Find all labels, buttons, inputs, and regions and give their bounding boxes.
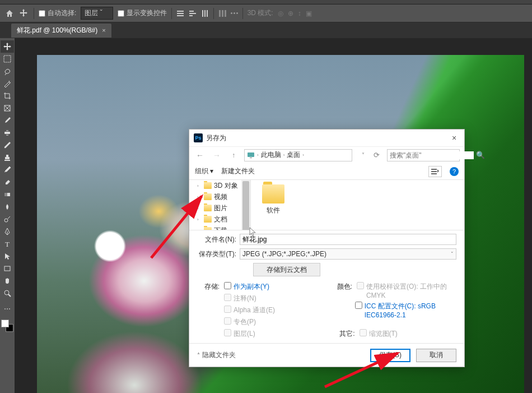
color-label: 颜色: <box>333 282 352 292</box>
svg-point-23 <box>4 290 9 295</box>
pc-icon <box>247 151 255 159</box>
dialog-titlebar: Ps 另存为 × <box>189 130 464 146</box>
options-bar: 自动选择: 图层 ˇ 显示变换控件 3D 模式: ◎ ⊕ ↕ ▣ <box>0 4 532 22</box>
more-icon[interactable] <box>231 12 238 14</box>
auto-select-dropdown[interactable]: 图层 ˇ <box>81 7 113 20</box>
as-copy-checkbox[interactable] <box>224 282 231 289</box>
save-to-cloud-button[interactable]: 存储到云文档 <box>253 263 320 276</box>
eyedropper-tool[interactable] <box>1 114 14 127</box>
history-brush-tool[interactable] <box>1 164 14 176</box>
orbit-icon[interactable]: ◎ <box>278 10 283 17</box>
pen-tool[interactable] <box>1 225 14 238</box>
dropdown-icon[interactable]: ˅ <box>357 149 369 161</box>
cancel-button[interactable]: 取消 <box>416 349 456 362</box>
save-button[interactable]: 保存(S) <box>370 349 410 362</box>
help-icon[interactable]: ? <box>450 167 459 176</box>
scrollbar[interactable] <box>241 180 250 230</box>
distribute-icon[interactable] <box>218 10 226 17</box>
align-icon[interactable] <box>189 10 197 17</box>
move-tool-icon[interactable] <box>19 8 29 19</box>
filetype-dropdown[interactable]: JPEG (*.JPG;*.JPEG;*.JPE)˅ <box>240 248 456 260</box>
type-tool[interactable]: T <box>1 238 14 250</box>
blur-tool[interactable] <box>1 201 14 213</box>
proof-checkbox <box>357 282 364 289</box>
mode-3d-label: 3D 模式: <box>248 8 273 18</box>
cam-icon[interactable]: ▣ <box>306 10 312 17</box>
document-tab[interactable]: 鲜花.pdf @ 100%(RGB/8#) × <box>11 24 111 38</box>
svg-rect-22 <box>4 266 10 271</box>
svg-rect-6 <box>202 10 203 17</box>
svg-rect-8 <box>207 10 208 17</box>
svg-rect-4 <box>189 13 196 14</box>
auto-select-checkbox[interactable]: 自动选择: <box>39 8 76 18</box>
dolly-icon[interactable]: ↕ <box>298 10 301 17</box>
brush-tool[interactable] <box>1 139 14 151</box>
file-item-folder[interactable]: 软件 <box>255 184 291 215</box>
other-label: 其它: <box>333 329 355 339</box>
align-icon[interactable] <box>176 10 184 17</box>
align-icon[interactable] <box>201 10 209 17</box>
dialog-body: ›3D 对象 ›视频 ›图片 ›文档 ›下载 ›音乐 ›桌面 软件 <box>189 180 464 230</box>
svg-rect-11 <box>225 10 226 17</box>
folder-icon <box>204 227 212 230</box>
foreground-color[interactable] <box>1 320 9 327</box>
home-icon[interactable] <box>4 8 15 19</box>
search-icon[interactable]: 🔍 <box>476 151 485 159</box>
rectangle-tool[interactable] <box>1 262 14 275</box>
move-tool[interactable] <box>1 40 14 53</box>
magic-wand-tool[interactable] <box>1 77 14 90</box>
svg-rect-12 <box>4 56 11 62</box>
dialog-toolbar: 组织 ▾ 新建文件夹 ? <box>189 163 464 180</box>
up-icon[interactable]: ↑ <box>227 149 240 161</box>
lasso-tool[interactable] <box>1 65 14 77</box>
hide-folders-toggle[interactable]: ˄ 隐藏文件夹 <box>197 350 236 360</box>
divider <box>171 8 172 19</box>
back-icon[interactable]: ← <box>194 149 206 161</box>
storage-label: 存储: <box>197 282 220 292</box>
organize-button[interactable]: 组织 ▾ <box>195 167 213 176</box>
proof-label: 使用校样设置(O): 工作中的 CMYK <box>366 282 456 299</box>
alpha-label: Alpha 通道(E) <box>234 306 275 315</box>
color-swatches[interactable] <box>1 320 13 332</box>
hand-tool[interactable] <box>1 275 14 287</box>
svg-rect-1 <box>177 13 184 14</box>
icc-checkbox[interactable] <box>355 302 362 309</box>
frame-tool[interactable] <box>1 102 14 114</box>
file-list[interactable]: 软件 <box>251 180 464 230</box>
breadcrumb[interactable]: › 此电脑 › 桌面 › <box>244 149 352 161</box>
thumbnail-checkbox <box>360 329 367 336</box>
search-input[interactable] <box>390 151 474 159</box>
new-folder-button[interactable]: 新建文件夹 <box>221 167 255 176</box>
show-transform-checkbox[interactable]: 显示变换控件 <box>118 8 167 18</box>
as-copy-label: 作为副本(Y) <box>234 282 269 292</box>
filename-input[interactable] <box>240 234 456 245</box>
layers-label: 图层(L) <box>234 329 255 339</box>
breadcrumb-item[interactable]: 此电脑 <box>261 150 281 160</box>
marquee-tool[interactable] <box>1 53 14 65</box>
svg-rect-10 <box>222 10 223 17</box>
divider <box>242 8 243 19</box>
menubar <box>0 0 532 4</box>
search-box[interactable]: 🔍 <box>387 149 460 161</box>
dodge-tool[interactable] <box>1 213 14 225</box>
scrollbar-thumb[interactable] <box>242 181 249 230</box>
pan-icon[interactable]: ⊕ <box>288 10 293 17</box>
close-icon[interactable]: × <box>102 27 105 34</box>
breadcrumb-item[interactable]: 桌面 <box>287 150 300 160</box>
healing-brush-tool[interactable] <box>1 127 14 139</box>
svg-point-19 <box>4 219 8 222</box>
zoom-tool[interactable] <box>1 287 14 299</box>
gradient-tool[interactable] <box>1 188 14 201</box>
svg-text:T: T <box>5 240 10 248</box>
view-options-button[interactable] <box>428 166 442 177</box>
path-selection-tool[interactable] <box>1 250 14 262</box>
folder-icon <box>204 216 212 223</box>
forward-icon[interactable]: → <box>211 149 223 161</box>
edit-toolbar-icon[interactable]: ⋯ <box>1 303 14 315</box>
eraser-tool[interactable] <box>1 176 14 188</box>
save-options: 存储:作为副本(Y) 注释(N) Alpha 通道(E) 专色(P) 图层(L)… <box>189 280 464 343</box>
stamp-tool[interactable] <box>1 151 14 164</box>
refresh-icon[interactable]: ⟳ <box>374 151 382 159</box>
close-icon[interactable]: × <box>449 133 460 142</box>
crop-tool[interactable] <box>1 90 14 102</box>
